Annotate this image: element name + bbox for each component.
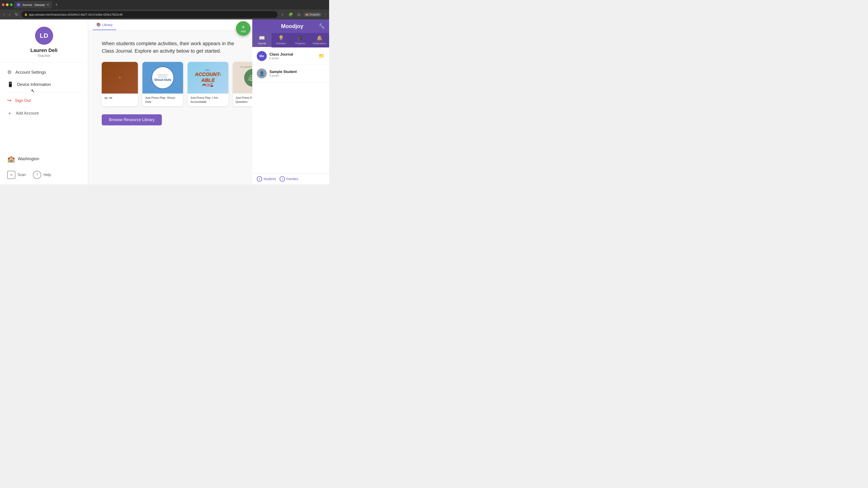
journal-item-class[interactable]: Mo Class Journal 0 posts 📁 bbox=[252, 47, 329, 65]
activities-nav-icon: 💡 bbox=[278, 35, 284, 41]
user-avatar: LD bbox=[35, 27, 53, 45]
dropdown-header: LD Lauren Deli Teacher bbox=[0, 20, 88, 63]
right-tab-notifications[interactable]: 🔔 Notifications bbox=[310, 33, 329, 47]
notifications-nav-label: Notifications bbox=[313, 42, 327, 45]
refresh-btn[interactable]: ↻ bbox=[13, 11, 20, 18]
help-label: Help bbox=[43, 173, 51, 177]
user-name: Lauren Deli bbox=[31, 47, 58, 53]
maximize-window-btn[interactable] bbox=[10, 3, 13, 6]
add-button[interactable]: + Add bbox=[236, 21, 250, 36]
dropdown-footer: ⊞ Scan ? Help bbox=[0, 166, 88, 184]
activity-label-accountable: Just Press Play: I Am Accountable bbox=[188, 94, 228, 106]
url-bar[interactable]: 🔒 app.seesaw.me/#/class/class.e01bf4c2-9… bbox=[22, 11, 278, 18]
folder-icon: 📁 bbox=[318, 53, 324, 59]
profile-btn[interactable]: ⊡ bbox=[296, 11, 302, 18]
browser-chrome: S Journal - Seesaw ✕ + bbox=[0, 0, 329, 9]
tab-library[interactable]: 📚 Library bbox=[93, 20, 116, 30]
activity-card-accountable[interactable]: I Am... ACCOUNT-ABLE 🎮🎯🍒 Just Press Play… bbox=[188, 62, 228, 106]
activity-card-chair[interactable]: 🪑 ay: air bbox=[102, 62, 138, 106]
right-tab-progress[interactable]: 🎓 Progress bbox=[291, 33, 310, 47]
window-controls bbox=[2, 3, 13, 6]
menu-item-sign-out[interactable]: ↪ Sign Out bbox=[0, 94, 88, 107]
tab-title: Journal - Seesaw bbox=[22, 3, 45, 6]
sample-student-posts: 0 posts bbox=[270, 74, 324, 77]
menu-items-list: ⚙ Account Settings 📱 Device Information … bbox=[0, 63, 88, 153]
close-window-btn[interactable] bbox=[2, 3, 4, 6]
right-nav-tabs: 📖 Journal 💡 Activities 🎓 Progress 🔔 Noti… bbox=[252, 33, 329, 47]
incognito-badge: 🕵 Incognito bbox=[304, 13, 321, 17]
right-panel-header: Moodjoy 🔧 bbox=[252, 20, 329, 33]
menu-item-account-settings[interactable]: ⚙ Account Settings bbox=[0, 66, 88, 78]
scan-label: Scan bbox=[18, 173, 26, 177]
device-icon: 📱 bbox=[7, 82, 13, 88]
new-tab-btn[interactable]: + bbox=[53, 2, 59, 7]
nav-bar: ‹ › ↻ 🔒 app.seesaw.me/#/class/class.e01b… bbox=[0, 9, 329, 20]
help-item[interactable]: ? Help bbox=[33, 171, 51, 179]
sign-out-label: Sign Out bbox=[15, 98, 31, 103]
add-account-label: Add Account bbox=[16, 111, 39, 116]
panel-settings-icon[interactable]: 🔧 bbox=[318, 23, 324, 29]
incognito-label: Incognito bbox=[309, 13, 320, 16]
scan-icon: ⊞ bbox=[7, 171, 16, 179]
activity-card-shoutouts[interactable]: COMMUNITY BUILDERS Shout-Outs Just Press… bbox=[143, 62, 183, 106]
right-tab-journal[interactable]: 📖 Journal bbox=[252, 33, 272, 47]
device-info-label: Device Information bbox=[17, 82, 51, 87]
dropdown-menu: LD Lauren Deli Teacher ⚙ Account Setting… bbox=[0, 20, 88, 184]
menu-divider bbox=[5, 92, 83, 93]
add-students-icon: + bbox=[257, 176, 262, 182]
forward-btn[interactable]: › bbox=[8, 11, 12, 18]
class-journal-posts: 0 posts bbox=[270, 57, 316, 60]
class-journal-avatar: Mo bbox=[257, 51, 267, 61]
library-tab-label: Library bbox=[102, 23, 113, 27]
library-tab-icon: 📚 bbox=[96, 23, 101, 27]
journal-list: Mo Class Journal 0 posts 📁 👤 Sample Stud… bbox=[252, 47, 329, 173]
lock-icon: 🔒 bbox=[24, 13, 28, 16]
add-families-button[interactable]: + Families bbox=[280, 176, 298, 182]
bottom-bar: + Students + Families bbox=[252, 173, 329, 184]
browse-resource-library-button[interactable]: Browse Resource Library bbox=[102, 114, 162, 125]
add-families-icon: + bbox=[280, 176, 285, 182]
class-journal-info: Class Journal 0 posts bbox=[270, 53, 316, 60]
menu-item-device-info[interactable]: 📱 Device Information bbox=[0, 78, 88, 91]
activity-label-praise: Just Press Play: Praise-Question- bbox=[233, 94, 252, 106]
content-description: When students complete activities, their… bbox=[102, 40, 239, 55]
sample-student-avatar: 👤 bbox=[257, 68, 267, 78]
sign-out-icon: ↪ bbox=[7, 98, 11, 103]
scan-item[interactable]: ⊞ Scan bbox=[7, 171, 26, 179]
right-panel: Moodjoy 🔧 📖 Journal 💡 Activities 🎓 Progr… bbox=[252, 20, 329, 184]
sample-student-info: Sample Student 0 posts bbox=[270, 70, 324, 77]
activity-card-praise[interactable]: COLLABORATIVE PROTOCOLS Praise-Question-… bbox=[233, 62, 252, 106]
incognito-icon: 🕵 bbox=[305, 13, 309, 16]
school-name: Washington bbox=[18, 157, 39, 161]
tab-close-btn[interactable]: ✕ bbox=[46, 3, 49, 6]
school-section: 🏫 Washington bbox=[0, 153, 88, 166]
add-label: Add bbox=[241, 30, 246, 33]
right-tab-activities[interactable]: 💡 Activities bbox=[272, 33, 291, 47]
panel-title: Moodjoy bbox=[281, 23, 303, 29]
progress-nav-icon: 🎓 bbox=[297, 35, 303, 41]
journal-nav-label: Journal bbox=[258, 42, 266, 45]
main-content: 📚 Library When students complete activit… bbox=[88, 20, 252, 184]
back-btn[interactable]: ‹ bbox=[2, 11, 6, 18]
sample-student-name: Sample Student bbox=[270, 70, 324, 74]
add-students-button[interactable]: + Students bbox=[257, 176, 276, 182]
activities-nav-label: Activities bbox=[276, 42, 286, 45]
content-body: When students complete activities, their… bbox=[88, 31, 252, 184]
school-icon: 🏫 bbox=[7, 155, 15, 163]
tab-favicon: S bbox=[17, 3, 20, 6]
notifications-nav-icon: 🔔 bbox=[316, 35, 322, 41]
add-account-icon: ＋ bbox=[7, 110, 12, 117]
app-container: LD Lauren Deli Teacher ⚙ Account Setting… bbox=[0, 20, 329, 184]
account-settings-label: Account Settings bbox=[16, 70, 46, 75]
browser-tab[interactable]: S Journal - Seesaw ✕ bbox=[14, 1, 52, 8]
add-families-label: Families bbox=[286, 177, 298, 181]
user-role: Teacher bbox=[37, 54, 51, 58]
progress-nav-label: Progress bbox=[295, 42, 305, 45]
menu-item-add-account[interactable]: ＋ Add Account bbox=[0, 107, 88, 120]
browser-menu-btn[interactable]: ⋮ bbox=[323, 12, 327, 17]
extensions-btn[interactable]: 🧩 bbox=[287, 11, 294, 18]
bookmark-btn[interactable]: ☆ bbox=[279, 11, 285, 18]
help-icon: ? bbox=[33, 171, 41, 179]
minimize-window-btn[interactable] bbox=[6, 3, 8, 6]
journal-item-sample-student[interactable]: 👤 Sample Student 0 posts bbox=[252, 65, 329, 82]
